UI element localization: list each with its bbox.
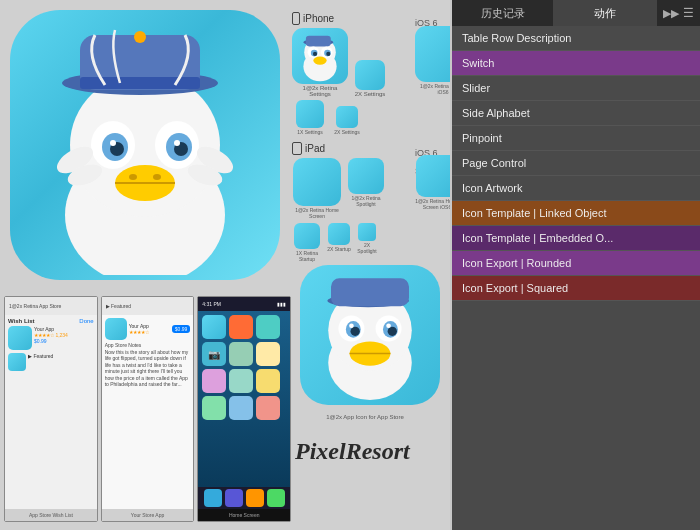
iphone-icon-label-2: 2X Settings <box>352 91 388 97</box>
play-forward-icon[interactable]: ▶▶ <box>663 7 679 20</box>
home-icon-11 <box>229 396 253 420</box>
ios6-app-icon-1 <box>415 26 450 82</box>
svg-point-30 <box>313 52 317 56</box>
ipad-app-icon-5 <box>358 223 376 241</box>
svg-point-31 <box>326 52 330 56</box>
icon-cell-iphone-3: 1X Settings <box>292 100 328 135</box>
iphone-app-icon-3 <box>296 100 324 128</box>
home-icon-12 <box>256 396 280 420</box>
ipad-icon-label-1: 1@2x Retina Home Screen <box>292 207 342 219</box>
list-item-page-control[interactable]: Page Control <box>452 151 700 176</box>
tab-history-label: 历史记录 <box>481 6 525 21</box>
featured-icon <box>8 353 26 371</box>
home-icon-7 <box>202 369 226 393</box>
home-icon-10 <box>202 396 226 420</box>
home-icon-9 <box>256 369 280 393</box>
screenshots-area: 1@2x Retina App Store Wish List Done You… <box>0 292 295 526</box>
svg-point-32 <box>313 56 326 64</box>
screenshot-appstore: ▶ Featured Your App ★★★★☆ $0.99 App Stor… <box>101 296 195 522</box>
wishlist-row: Your App ★★★★☆ 1,234 $0.99 <box>8 326 94 350</box>
app-listing-icon <box>105 318 127 340</box>
iphone-section-label: iPhone <box>292 12 334 25</box>
pixel-resort-logo: PixelResort <box>295 438 410 465</box>
app-listing-info: Your App ★★★★☆ <box>129 323 149 335</box>
list-item-icon-template-linked[interactable]: Icon Template | Linked Object <box>452 201 700 226</box>
list-item-side-alphabet[interactable]: Side Alphabet <box>452 101 700 126</box>
ios6-ipad-icons-area: 1@2x Retina Home Screen iOS6 1@2x Retina… <box>415 155 450 210</box>
list-item-switch[interactable]: Switch <box>452 51 700 76</box>
ipad-icon-label-4: 2X Startup <box>326 246 352 252</box>
list-item-icon-export-rounded[interactable]: Icon Export | Rounded <box>452 251 700 276</box>
ios6-ipad-icon-1: 1@2x Retina Home Screen iOS6 <box>415 155 450 210</box>
ipad-app-icon-3 <box>294 223 320 249</box>
svg-rect-4 <box>80 77 200 89</box>
ipad-icon-4: 2X Startup <box>326 223 352 262</box>
large-app-icon <box>10 10 280 280</box>
svg-point-13 <box>174 140 180 146</box>
screenshot-header-1: 1@2x Retina App Store <box>5 297 97 315</box>
homescreen-icons: 📷 <box>198 311 290 487</box>
list-item-pinpoint[interactable]: Pinpoint <box>452 126 700 151</box>
list-icon[interactable]: ☰ <box>683 6 694 20</box>
panel-tabs-header: 历史记录 动作 ▶▶ ☰ <box>452 0 700 26</box>
app-listing-header: Your App ★★★★☆ $0.99 <box>105 318 191 340</box>
ipad-icon-2: 1@2x Retina Spotlight <box>346 158 386 219</box>
tab-actions[interactable]: 动作 <box>554 0 656 26</box>
list-item-icon-artwork[interactable]: Icon Artwork <box>452 176 700 201</box>
iphone-label: iPhone <box>303 13 334 24</box>
home-icon-2 <box>229 315 253 339</box>
app-description: App Store Notes Now this is the story al… <box>105 342 191 388</box>
screenshot-header-label-1: 1@2x Retina App Store <box>9 303 61 309</box>
medium-icon-label: 1@2x App Icon for App Store <box>295 414 435 420</box>
ipad-icon <box>292 142 302 155</box>
ios6-ipad-icon-label-1: 1@2x Retina Home Screen iOS6 <box>415 198 450 210</box>
iphone-icon-label-4: 2X Settings <box>332 129 362 135</box>
list-item-icon-template-embedded[interactable]: Icon Template | Embedded O... <box>452 226 700 251</box>
ipad-icon-label-2: 1@2x Retina Spotlight <box>346 195 386 207</box>
home-icon-5 <box>229 342 253 366</box>
ipad-label: iPad <box>305 143 325 154</box>
ios6-icon-label-1: 1@2x Retina Screen iOS6 <box>415 83 450 95</box>
ipad-icons-area: 1@2x Retina Home Screen 1@2x Retina Spot… <box>292 158 412 262</box>
ipad-app-icon-1 <box>293 158 341 206</box>
tab-history[interactable]: 历史记录 <box>452 0 554 26</box>
home-icon-6 <box>256 342 280 366</box>
list-item-table-row-description[interactable]: Table Row Description <box>452 26 700 51</box>
svg-point-17 <box>153 174 161 180</box>
iphone-app-icon-2 <box>355 60 385 90</box>
dock-music <box>225 489 243 507</box>
ipad-app-icon-4 <box>328 223 350 245</box>
icon-cell-iphone-1: 1@2x Retina Settings <box>292 28 348 97</box>
list-item-icon-export-squared[interactable]: Icon Export | Squared <box>452 276 700 301</box>
pixel-resort-text: PixelResort <box>295 438 410 464</box>
svg-point-12 <box>110 140 116 146</box>
panel-list: Table Row Description Switch Slider Side… <box>452 26 700 530</box>
screenshot-footer-3: Home Screen <box>198 509 290 521</box>
home-icon-camera: 📷 <box>202 342 226 366</box>
icon-cell-iphone-2: 2X Settings <box>352 60 388 97</box>
svg-point-16 <box>129 174 137 180</box>
dock-mail <box>246 489 264 507</box>
home-icon-3 <box>256 315 280 339</box>
screenshot-footer-1: App Store Wish List <box>5 509 97 521</box>
iphone-app-icon-1 <box>292 28 348 84</box>
ios6-icon-1: 1@2x Retina Screen iOS6 <box>415 26 450 95</box>
svg-point-5 <box>134 31 146 43</box>
dock-safari <box>267 489 285 507</box>
medium-app-icon <box>300 265 440 405</box>
ios6-icons-area: 1@2x Retina Screen iOS6 2X Retina Screen… <box>415 26 450 95</box>
iphone-icons-row2: 1X Settings 2X Settings <box>292 100 362 135</box>
wishlist-app-info: Your App ★★★★☆ 1,234 $0.99 <box>34 326 94 350</box>
ipad-icon-1: 1@2x Retina Home Screen <box>292 158 342 219</box>
app-icon-small <box>8 326 32 350</box>
list-item-slider[interactable]: Slider <box>452 76 700 101</box>
screenshot-body-2: Your App ★★★★☆ $0.99 App Store Notes Now… <box>102 315 194 509</box>
featured-section: ▶ Featured <box>8 353 94 371</box>
featured-info: ▶ Featured <box>28 353 94 371</box>
svg-rect-25 <box>306 36 331 47</box>
icon-cell-iphone-4: 2X Settings <box>332 106 362 135</box>
right-panel: 历史记录 动作 ▶▶ ☰ Table Row Description Switc… <box>452 0 700 530</box>
ipad-icon-label-3: 1X Retina Startup <box>292 250 322 262</box>
home-icon-8 <box>229 369 253 393</box>
screenshot-body-1: Wish List Done Your App ★★★★☆ 1,234 $0.9… <box>5 315 97 509</box>
